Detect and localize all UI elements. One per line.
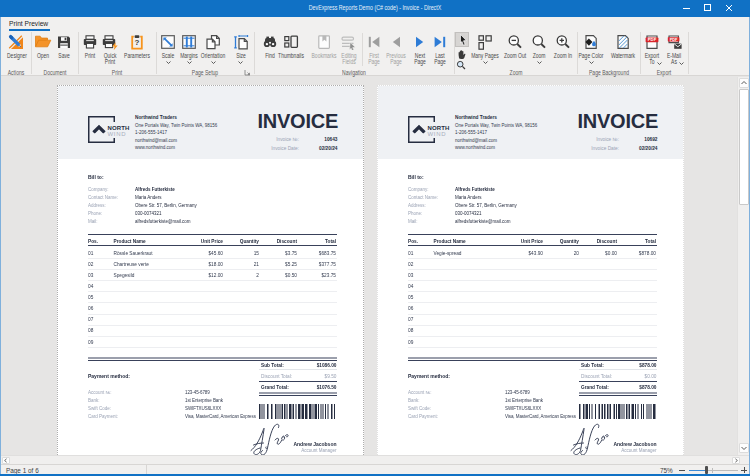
svg-text:?: ? <box>134 38 139 47</box>
svg-text:PDF: PDF <box>669 37 677 42</box>
svg-text:PDF: PDF <box>648 37 657 42</box>
